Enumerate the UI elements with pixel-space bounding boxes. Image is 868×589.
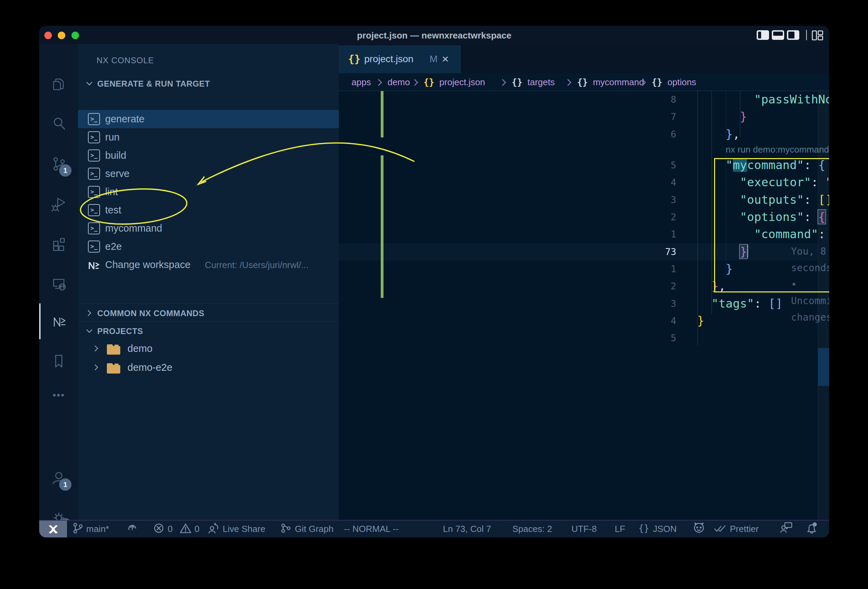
tab-close-icon[interactable]: × — [442, 52, 449, 66]
vertical-scrollbar[interactable] — [818, 91, 829, 528]
status-ln-73-col-7[interactable]: Ln 73, Col 7 — [443, 521, 491, 537]
target-item-generate[interactable]: >_ generate — [78, 110, 339, 128]
status-live-share[interactable]: Live Share — [208, 521, 265, 537]
code-line-4[interactable]: 4} — [339, 312, 829, 329]
activity-run-debug-icon[interactable] — [39, 187, 78, 221]
terminal-icon: >_ — [88, 186, 100, 198]
label: serve — [105, 168, 130, 179]
toggle-panel-icon[interactable] — [772, 30, 784, 40]
project-item-demo[interactable]: demo — [78, 340, 339, 358]
code-line-6[interactable]: 6}, — [339, 126, 829, 143]
code-line-5[interactable]: 5 — [339, 329, 829, 347]
code-line-8[interactable]: 8"passWithNoTests": true — [339, 91, 829, 108]
section-generate-run-target[interactable]: GENERATE & RUN TARGET — [78, 75, 339, 92]
breadcrumb-separator-icon — [500, 78, 507, 89]
target-item-test[interactable]: >_ test — [78, 201, 339, 219]
chevron-right-icon — [85, 309, 94, 317]
label: mycommand — [105, 223, 162, 234]
change-workspace-item[interactable]: Change workspace Current: /Users/juri/nr… — [78, 256, 339, 274]
target-item-run[interactable]: >_ run — [78, 128, 339, 146]
status-0[interactable]: 0 — [179, 521, 199, 537]
activity-bookmarks-icon[interactable] — [39, 344, 78, 378]
title-bar[interactable]: project.json — newnxreactwrkspace — [39, 26, 829, 44]
terminal-icon: >_ — [88, 222, 100, 234]
line-number: 2 — [590, 278, 676, 295]
label: e2e — [105, 241, 122, 252]
status-github-icon[interactable] — [692, 521, 706, 537]
activity-account-icon[interactable]: 1 — [39, 461, 78, 495]
breadcrumb-item-targets[interactable]: targets — [527, 77, 555, 88]
tab-project-json[interactable]: {} project.json M × — [339, 45, 461, 73]
vscode-window: project.json — newnxreactwrkspace 111 NX… — [39, 26, 829, 537]
status-git-graph[interactable]: Git Graph — [280, 521, 334, 537]
activity-nx-console-icon[interactable] — [39, 304, 78, 338]
codelens-line[interactable]: nx run demo:mycommand — [339, 143, 829, 157]
symbol-braces-icon: {} — [424, 77, 434, 87]
breadcrumb-item-options[interactable]: options — [667, 77, 696, 88]
status-bell-icon[interactable] — [805, 521, 819, 537]
status-0[interactable]: 0 — [152, 521, 173, 537]
target-item-e2e[interactable]: >_ e2e — [78, 238, 339, 256]
status-sync-icon[interactable] — [126, 521, 139, 537]
code-line-3[interactable]: 3"tags": [] — [339, 295, 829, 312]
toggle-sidebar-left-icon[interactable] — [757, 30, 769, 40]
status-prettier[interactable]: Prettier — [713, 521, 759, 537]
label: run — [105, 131, 120, 143]
activity-remote-explorer-icon[interactable] — [39, 266, 78, 301]
status-spaces-2[interactable]: Spaces: 2 — [512, 521, 552, 537]
chevron-right-icon — [92, 363, 101, 372]
code-token: "tags" — [711, 297, 754, 310]
code-token: : — [754, 297, 768, 310]
status-bar: main*00Live ShareGit Graph-- NORMAL --Ln… — [39, 520, 829, 537]
status-json[interactable]: {}JSON — [638, 521, 677, 537]
remote-indicator[interactable] — [39, 521, 67, 537]
line-number: 73 — [590, 243, 676, 260]
activity-source-control-icon[interactable]: 1 — [39, 146, 78, 181]
line-number: 6 — [590, 126, 676, 143]
breadcrumb-item-demo[interactable]: demo — [388, 77, 410, 88]
breadcrumb-item-mycommand[interactable]: mycommand — [593, 77, 644, 88]
label: GENERATE & RUN TARGET — [97, 79, 210, 89]
target-item-lint[interactable]: >_ lint — [78, 183, 339, 201]
code-token: [] — [768, 297, 782, 310]
target-item-serve[interactable]: >_ serve — [78, 165, 339, 183]
editor-group: {} project.json M × appsdemo{}project.js… — [339, 44, 829, 520]
section-common-nx-commands[interactable]: COMMON NX COMMANDS — [78, 304, 339, 322]
breadcrumb[interactable]: appsdemo{}project.json{}targets{}mycomma… — [339, 73, 829, 91]
status-utf-8[interactable]: UTF-8 — [571, 521, 597, 537]
toggle-sidebar-right-icon[interactable] — [787, 30, 799, 40]
activity-extensions-icon[interactable] — [39, 227, 78, 261]
label: test — [105, 204, 121, 216]
codelens-run-command[interactable]: nx run demo:mycommand — [726, 143, 829, 157]
editor-layout-icon[interactable] — [812, 30, 823, 42]
breadcrumb-item-apps[interactable]: apps — [351, 77, 371, 88]
line-number: 1 — [590, 226, 676, 243]
target-item-build[interactable]: >_ build — [78, 146, 339, 165]
terminal-icon: >_ — [88, 168, 100, 180]
status-main-[interactable]: main* — [72, 521, 109, 537]
code-area[interactable]: 8"passWithNoTests": true7}6},nx run demo… — [339, 91, 829, 520]
folder-icon — [106, 362, 121, 374]
vertical-scrollbar-slider[interactable] — [818, 348, 829, 386]
status-feedback-icon[interactable] — [779, 521, 793, 537]
target-item-mycommand[interactable]: >_ mycommand — [78, 219, 339, 238]
code-line-7[interactable]: 7} — [339, 108, 829, 125]
badge: 1 — [59, 164, 71, 177]
status-lf[interactable]: LF — [615, 521, 625, 537]
label: COMMON NX COMMANDS — [97, 309, 204, 318]
sidebar-nx-console: NX CONSOLE ⋯ GENERATE & RUN TARGET >_ ge… — [78, 44, 339, 520]
activity-more-icon[interactable] — [39, 378, 78, 412]
terminal-icon: >_ — [88, 241, 100, 252]
line-number: 5 — [590, 329, 676, 347]
project-item-demo-e2e[interactable]: demo-e2e — [78, 359, 339, 376]
terminal-icon: >_ — [88, 113, 100, 125]
sidebar-header: NX CONSOLE ⋯ — [78, 44, 339, 75]
line-number: 4 — [590, 312, 676, 329]
section-projects[interactable]: PROJECTS — [78, 322, 339, 340]
breadcrumb-separator-icon — [641, 78, 647, 89]
json-file-icon: {} — [348, 53, 360, 65]
activity-search-icon[interactable] — [39, 106, 78, 140]
status--normal-[interactable]: -- NORMAL -- — [344, 521, 399, 537]
breadcrumb-item-project.json[interactable]: project.json — [440, 77, 485, 88]
activity-files-icon[interactable] — [39, 67, 78, 102]
